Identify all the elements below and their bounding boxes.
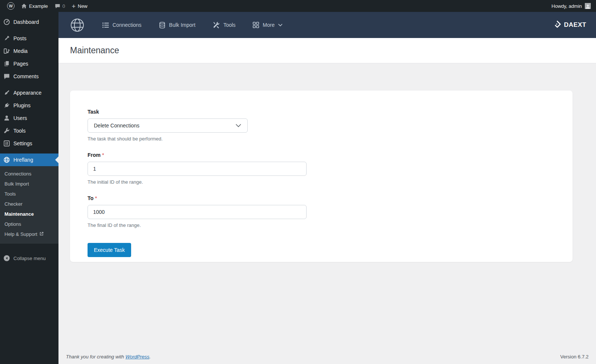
pages-icon	[3, 60, 10, 67]
list-icon	[102, 22, 109, 29]
plugin-icon	[3, 102, 10, 109]
comments-icon	[3, 73, 10, 80]
sidebar-item-label: Appearance	[13, 90, 42, 96]
wordpress-logo-menu[interactable]: W	[4, 0, 18, 12]
plugin-nav-label: Tools	[224, 22, 236, 28]
version-text: Version 6.7.2	[560, 354, 589, 360]
collapse-menu-button[interactable]: Collapse menu	[0, 252, 58, 265]
submenu-item-checker[interactable]: Checker	[0, 199, 58, 209]
sidebar-item-comments[interactable]: Comments	[0, 70, 58, 83]
howdy-admin-link[interactable]: Howdy, admin	[552, 3, 582, 9]
plugin-nav-bar: Connections Bulk Import Tools More	[58, 12, 596, 38]
page-title: Maintenance	[70, 45, 119, 56]
sidebar-item-label: Users	[13, 115, 27, 121]
page-title-bar: Maintenance	[58, 38, 596, 63]
database-icon	[159, 22, 166, 29]
collapse-menu-label: Collapse menu	[13, 256, 46, 261]
execute-task-button[interactable]: Execute Task	[88, 243, 131, 257]
comments-admin-link[interactable]: 0	[51, 0, 69, 12]
from-label: From *	[88, 152, 573, 158]
pushpin-icon	[3, 35, 10, 42]
globe-icon	[3, 156, 10, 163]
admin-bar: W Example 0 + New Howdy, admin	[0, 0, 596, 12]
submenu-item-connections[interactable]: Connections	[0, 169, 58, 179]
wrench-icon	[3, 127, 10, 134]
daext-brand-label: DAEXT	[564, 21, 586, 29]
sidebar-item-appearance[interactable]: Appearance	[0, 86, 58, 99]
admin-footer: Thank you for creating with WordPress. V…	[66, 354, 589, 360]
grid-icon	[253, 22, 259, 28]
plugin-nav-connections[interactable]: Connections	[102, 22, 142, 29]
site-name-label: Example	[29, 3, 48, 9]
daext-logo-icon	[554, 20, 561, 30]
from-help-text: The initial ID of the range.	[88, 179, 573, 185]
settings-sliders-icon	[3, 140, 10, 147]
external-link-icon	[39, 231, 44, 237]
sidebar-item-dashboard[interactable]: Dashboard	[0, 16, 58, 28]
submenu-item-options[interactable]: Options	[0, 219, 58, 229]
submenu-label: Options	[4, 221, 21, 227]
tools-crossed-icon	[213, 21, 220, 29]
admin-sidebar: Dashboard Posts Media Pages Comments	[0, 12, 58, 364]
sidebar-item-hreflang[interactable]: Hreflang	[0, 153, 58, 166]
media-icon	[3, 48, 10, 54]
hreflang-submenu: Connections Bulk Import Tools Checker Ma…	[0, 166, 58, 244]
new-content-menu[interactable]: + New	[69, 0, 91, 12]
paintbrush-icon	[3, 89, 10, 96]
sidebar-item-tools[interactable]: Tools	[0, 124, 58, 137]
user-icon	[3, 115, 10, 121]
plugin-nav-label: Bulk Import	[169, 22, 196, 28]
plugin-nav-more[interactable]: More	[253, 22, 283, 28]
from-form-group: From * The initial ID of the range.	[88, 152, 573, 185]
submenu-label: Tools	[4, 191, 16, 197]
maintenance-form-card: Task Delete Connections The task that sh…	[70, 91, 573, 262]
comment-count: 0	[63, 3, 65, 9]
sidebar-item-label: Settings	[13, 140, 32, 146]
to-label: To *	[88, 195, 573, 201]
sidebar-item-label: Pages	[13, 61, 28, 67]
sidebar-item-media[interactable]: Media	[0, 45, 58, 57]
to-input[interactable]	[88, 205, 307, 219]
submenu-item-maintenance[interactable]: Maintenance	[0, 209, 58, 219]
sidebar-item-label: Dashboard	[13, 19, 39, 25]
avatar[interactable]	[585, 3, 591, 9]
sidebar-item-users[interactable]: Users	[0, 112, 58, 124]
sidebar-item-label: Comments	[13, 73, 39, 79]
submenu-item-bulk-import[interactable]: Bulk Import	[0, 179, 58, 189]
plugin-nav-label: More	[263, 22, 275, 28]
required-asterisk: *	[95, 195, 97, 201]
site-name-link[interactable]: Example	[18, 0, 51, 12]
task-help-text: The task that should be performed.	[88, 136, 573, 142]
sidebar-item-pages[interactable]: Pages	[0, 57, 58, 70]
dashboard-icon	[3, 19, 10, 25]
collapse-arrow-icon	[3, 255, 10, 262]
from-input[interactable]	[88, 162, 307, 176]
sidebar-item-posts[interactable]: Posts	[0, 32, 58, 45]
sidebar-item-settings[interactable]: Settings	[0, 137, 58, 150]
submenu-label: Help & Support	[4, 231, 37, 237]
daext-brand: DAEXT	[554, 20, 586, 30]
comment-bubble-icon	[55, 3, 60, 9]
chevron-down-icon	[278, 23, 283, 26]
new-label: New	[78, 3, 88, 9]
sidebar-item-label: Tools	[13, 128, 26, 134]
submenu-label: Maintenance	[4, 211, 34, 217]
plugin-globe-icon	[70, 18, 84, 32]
plugin-nav-tools[interactable]: Tools	[213, 21, 236, 29]
to-form-group: To * The final ID of the range.	[88, 195, 573, 228]
submenu-item-tools[interactable]: Tools	[0, 189, 58, 199]
plugin-nav-bulk-import[interactable]: Bulk Import	[159, 22, 196, 29]
task-label: Task	[88, 109, 573, 115]
task-select[interactable]: Delete Connections	[88, 118, 248, 133]
sidebar-item-label: Posts	[13, 35, 26, 41]
plugin-nav-label: Connections	[112, 22, 142, 28]
sidebar-item-plugins[interactable]: Plugins	[0, 99, 58, 112]
content-area: Task Delete Connections The task that sh…	[58, 63, 596, 364]
wordpress-link[interactable]: WordPress	[126, 354, 149, 360]
sidebar-item-label: Media	[13, 48, 28, 54]
submenu-label: Bulk Import	[4, 181, 29, 187]
wordpress-logo-icon: W	[7, 2, 15, 10]
task-select-value: Delete Connections	[94, 123, 139, 129]
submenu-item-help-support[interactable]: Help & Support	[0, 229, 58, 239]
submenu-label: Checker	[4, 201, 22, 207]
